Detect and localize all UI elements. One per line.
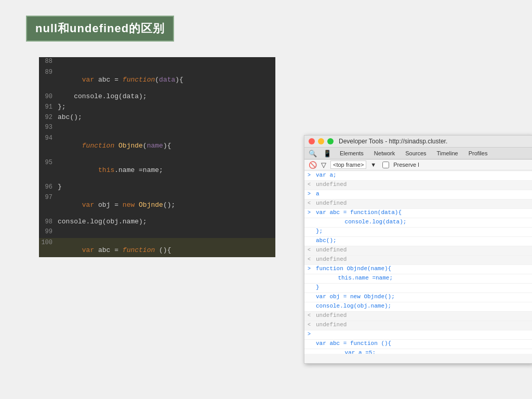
- console-line: var abc = function (){: [304, 340, 532, 349]
- line-number: 95: [39, 159, 58, 166]
- preserve-log-checkbox[interactable]: [382, 162, 389, 168]
- console-text: undefined: [316, 200, 347, 206]
- console-text: var a =5;: [324, 350, 376, 354]
- line-number: 88: [39, 58, 58, 65]
- console-line: }: [304, 284, 532, 293]
- code-line: 90 console.log(data);: [39, 92, 275, 102]
- tab-sources[interactable]: Sources: [403, 149, 428, 157]
- code-line: 89 var abc = function(data){: [39, 68, 275, 92]
- spacer: [308, 340, 313, 341]
- frame-selector[interactable]: <top frame>: [330, 161, 366, 169]
- spacer: [308, 294, 313, 294]
- minimize-button[interactable]: [318, 138, 324, 144]
- tab-timeline[interactable]: Timeline: [435, 149, 460, 157]
- devtools-titlebar: Developer Tools - http://sinadsp.cluster…: [304, 136, 532, 148]
- output-arrow: <: [308, 256, 313, 262]
- line-number: 93: [39, 124, 58, 131]
- code-content: console.log(data);: [58, 92, 147, 100]
- code-content: var abc = function(data){: [58, 68, 183, 91]
- spacer: [308, 303, 313, 303]
- code-line: 96 }: [39, 182, 275, 193]
- spacer: [308, 350, 313, 350]
- filter-icon[interactable]: ▽: [321, 161, 326, 169]
- console-line: < undefined: [304, 246, 532, 256]
- code-line: 93: [39, 123, 275, 134]
- input-arrow: >: [308, 191, 313, 197]
- line-number: 92: [39, 114, 58, 121]
- console-text: };: [316, 228, 323, 234]
- tab-elements[interactable]: Elements: [338, 149, 366, 157]
- line-number: 91: [39, 103, 58, 111]
- console-output[interactable]: > var a; < undefined > a < undefined > v…: [304, 170, 532, 354]
- line-number: 98: [39, 218, 58, 225]
- console-text: undefined: [316, 247, 347, 253]
- console-text: undefined: [316, 181, 347, 188]
- devtools-panel: Developer Tools - http://sinadsp.cluster…: [304, 135, 532, 364]
- maximize-button[interactable]: [327, 138, 334, 144]
- line-number: 89: [39, 69, 58, 76]
- console-line: };: [304, 228, 532, 237]
- console-line: > var a;: [304, 171, 532, 181]
- code-content: var obj = new Objnde();: [58, 193, 175, 217]
- console-text: a: [316, 191, 320, 197]
- code-line: 100 var abc = function (){: [39, 238, 275, 257]
- code-content: this.name =name;: [58, 158, 163, 182]
- code-editor: 88 89 var abc = function(data){ 90 conso…: [39, 57, 275, 257]
- console-line: < undefined: [304, 200, 532, 209]
- console-line: console.log(obj.name);: [304, 302, 532, 312]
- spacer: [308, 228, 313, 229]
- console-text: var a;: [316, 172, 337, 178]
- spacer: [308, 237, 313, 238]
- line-number: 97: [39, 194, 58, 201]
- preserve-log-label: Preserve l: [393, 162, 419, 168]
- tab-profiles[interactable]: Profiles: [467, 149, 490, 157]
- console-line: > var abc = function(data){: [304, 209, 532, 218]
- console-text: console.log(data);: [324, 219, 406, 225]
- console-line: < undefined: [304, 256, 532, 265]
- console-line: >: [304, 330, 532, 340]
- devtools-title: Developer Tools - http://sinadsp.cluster…: [339, 138, 447, 145]
- console-text: abc();: [316, 237, 337, 244]
- code-line: 97 var obj = new Objnde();: [39, 193, 275, 217]
- console-text: this.name =name;: [324, 275, 393, 281]
- console-line: console.log(data);: [304, 218, 532, 228]
- console-line: abc();: [304, 237, 532, 246]
- console-text: var abc = function (){: [316, 340, 391, 347]
- devtools-toolbar: 🚫 ▽ <top frame> ▼ Preserve l: [304, 159, 532, 170]
- console-text: console.log(obj.name);: [316, 303, 391, 309]
- console-line: < undefined: [304, 321, 532, 330]
- console-line: this.name =name;: [304, 274, 532, 284]
- tab-network[interactable]: Network: [372, 149, 397, 157]
- console-text: }: [316, 284, 320, 290]
- output-arrow: <: [308, 312, 313, 318]
- line-number: 94: [39, 135, 58, 142]
- input-arrow: >: [308, 265, 313, 272]
- mobile-icon[interactable]: 📱: [323, 150, 331, 157]
- spacer: [308, 284, 313, 285]
- console-text: var abc = function(data){: [316, 209, 402, 216]
- line-number: 96: [39, 183, 58, 191]
- console-text: var obj = new Objnde();: [316, 294, 395, 300]
- output-arrow: <: [308, 247, 313, 253]
- code-content: var abc = function (){: [58, 238, 171, 257]
- console-line: var obj = new Objnde();: [304, 293, 532, 302]
- code-line: 91 };: [39, 102, 275, 113]
- code-line: 98 console.log(obj.name);: [39, 217, 275, 228]
- code-line: 92 abc();: [39, 113, 275, 123]
- console-line: < undefined: [304, 181, 532, 190]
- line-number: 90: [39, 93, 58, 100]
- console-text: undefined: [316, 312, 347, 318]
- output-arrow: <: [308, 200, 313, 206]
- input-arrow: >: [308, 209, 313, 216]
- code-line: 99: [39, 228, 275, 238]
- code-content: console.log(obj.name);: [58, 218, 147, 225]
- clear-icon[interactable]: 🚫: [309, 161, 317, 169]
- dropdown-icon[interactable]: ▼: [370, 162, 376, 168]
- search-icon[interactable]: 🔍: [309, 150, 317, 157]
- spacer: [308, 275, 313, 275]
- close-button[interactable]: [309, 138, 315, 144]
- code-line: 88: [39, 57, 275, 68]
- console-line: > a: [304, 190, 532, 200]
- code-line: 94 function Objnde(name){: [39, 134, 275, 158]
- spacer: [308, 219, 313, 219]
